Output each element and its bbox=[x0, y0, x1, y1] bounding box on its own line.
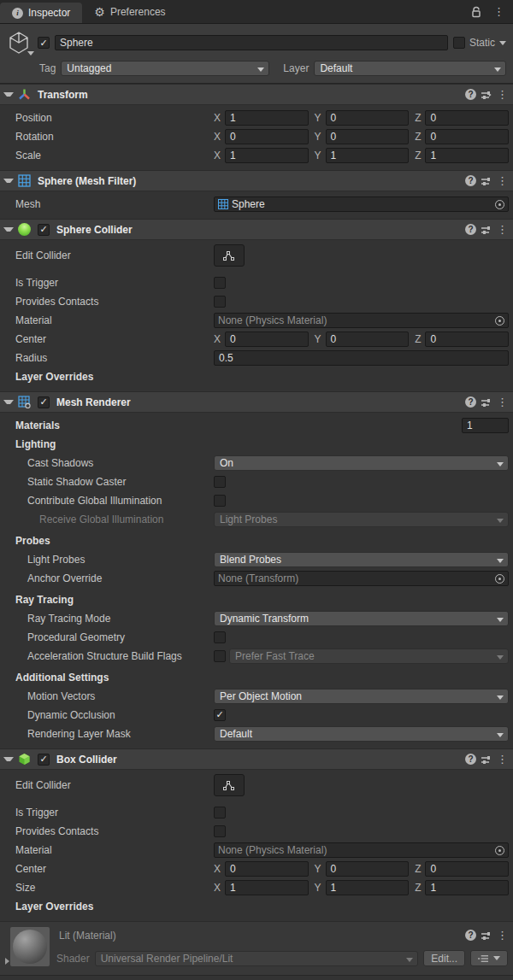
object-picker-icon[interactable] bbox=[495, 316, 504, 326]
cast-shadows-dropdown[interactable]: On bbox=[214, 455, 509, 471]
is-trigger-checkbox[interactable] bbox=[214, 807, 226, 819]
accel-flags-checkbox[interactable] bbox=[214, 650, 226, 662]
static-shadow-caster-checkbox[interactable] bbox=[214, 476, 226, 488]
center-y-input[interactable]: 0 bbox=[326, 332, 410, 347]
light-probes-dropdown[interactable]: Blend Probes bbox=[214, 552, 509, 567]
shader-edit-button[interactable]: Edit... bbox=[423, 950, 465, 966]
gameobject-name-input[interactable]: Sphere bbox=[55, 35, 448, 50]
material-preview-thumbnail[interactable] bbox=[10, 927, 50, 966]
presets-icon[interactable] bbox=[481, 397, 492, 408]
object-picker-icon[interactable] bbox=[495, 200, 504, 209]
component-menu-icon[interactable]: ⋮ bbox=[497, 396, 508, 408]
tag-dropdown[interactable]: Untagged bbox=[61, 61, 269, 76]
sphere-collider-header[interactable]: ✓ Sphere Collider ? ⋮ bbox=[0, 219, 513, 240]
rendering-layer-mask-dropdown[interactable]: Default bbox=[214, 726, 509, 742]
box-collider-enabled-checkbox[interactable]: ✓ bbox=[38, 754, 50, 766]
foldout-open-icon[interactable] bbox=[3, 757, 14, 761]
size-y-input[interactable]: 1 bbox=[326, 880, 410, 895]
is-trigger-checkbox[interactable] bbox=[214, 277, 226, 289]
center-x-input[interactable]: 0 bbox=[225, 861, 309, 877]
probes-foldout[interactable]: Probes bbox=[0, 531, 510, 549]
component-menu-icon[interactable]: ⋮ bbox=[497, 174, 508, 187]
layer-dropdown[interactable]: Default bbox=[314, 61, 506, 76]
presets-icon[interactable] bbox=[481, 754, 492, 765]
help-icon[interactable]: ? bbox=[465, 396, 476, 408]
transform-header[interactable]: Transform ? ⋮ bbox=[0, 84, 513, 105]
component-menu-icon[interactable]: ⋮ bbox=[497, 929, 508, 942]
position-y-input[interactable]: 0 bbox=[326, 110, 410, 126]
layer-overrides-row[interactable]: Layer Overrides bbox=[0, 367, 510, 385]
ray-tracing-foldout[interactable]: Ray Tracing bbox=[0, 590, 510, 608]
presets-icon[interactable] bbox=[481, 225, 492, 235]
object-picker-icon[interactable] bbox=[495, 574, 504, 584]
help-icon[interactable]: ? bbox=[465, 175, 476, 186]
foldout-open-icon[interactable] bbox=[3, 92, 14, 97]
contribute-gi-checkbox[interactable] bbox=[214, 495, 226, 507]
help-icon[interactable]: ? bbox=[465, 89, 476, 100]
rotation-y-input[interactable]: 0 bbox=[326, 129, 410, 144]
mesh-filter-header[interactable]: Sphere (Mesh Filter) ? ⋮ bbox=[0, 170, 513, 191]
provides-contacts-label: Provides Contacts bbox=[15, 296, 214, 308]
mesh-renderer-enabled-checkbox[interactable]: ✓ bbox=[38, 396, 50, 408]
scale-y-input[interactable]: 1 bbox=[326, 148, 410, 163]
scale-z-input[interactable]: 1 bbox=[425, 148, 509, 163]
center-z-input[interactable]: 0 bbox=[425, 332, 509, 347]
size-z-input[interactable]: 1 bbox=[425, 880, 509, 895]
help-icon[interactable]: ? bbox=[465, 930, 476, 941]
rotation-z-input[interactable]: 0 bbox=[425, 129, 509, 144]
physics-material-field[interactable]: None (Physics Material) bbox=[214, 313, 509, 328]
active-checkbox[interactable]: ✓ bbox=[38, 37, 50, 49]
foldout-open-icon[interactable] bbox=[3, 179, 14, 183]
sphere-collider-enabled-checkbox[interactable]: ✓ bbox=[38, 224, 50, 236]
presets-icon[interactable] bbox=[481, 930, 492, 941]
anchor-override-field[interactable]: None (Transform) bbox=[214, 571, 509, 586]
component-menu-icon[interactable]: ⋮ bbox=[497, 88, 508, 101]
center-x-input[interactable]: 0 bbox=[225, 332, 309, 347]
radius-input[interactable]: 0.5 bbox=[214, 350, 509, 366]
window-menu-icon[interactable]: ⋮ bbox=[493, 5, 504, 18]
component-menu-icon[interactable]: ⋮ bbox=[497, 223, 508, 236]
dynamic-occlusion-checkbox[interactable]: ✓ bbox=[214, 709, 226, 721]
layer-overrides-row[interactable]: Layer Overrides bbox=[0, 897, 510, 915]
center-y-input[interactable]: 0 bbox=[326, 861, 410, 877]
rotation-x-input[interactable]: 0 bbox=[225, 129, 309, 144]
additional-settings-foldout[interactable]: Additional Settings bbox=[0, 668, 510, 686]
box-collider-header[interactable]: ✓ Box Collider ? ⋮ bbox=[0, 748, 513, 770]
component-menu-icon[interactable]: ⋮ bbox=[497, 753, 508, 766]
mesh-renderer-header[interactable]: ✓ Mesh Renderer ? ⋮ bbox=[0, 391, 513, 413]
static-dropdown-arrow[interactable] bbox=[499, 41, 506, 45]
material-foldout-icon[interactable] bbox=[5, 958, 9, 965]
gameobject-cube-icon[interactable] bbox=[5, 30, 32, 56]
mesh-object-field[interactable]: Sphere bbox=[214, 197, 509, 212]
material-ui-mode-button[interactable] bbox=[470, 950, 508, 966]
motion-vectors-dropdown[interactable]: Per Object Motion bbox=[214, 689, 509, 704]
materials-count-input[interactable]: 1 bbox=[462, 418, 509, 433]
materials-row[interactable]: Materials 1 bbox=[0, 416, 510, 434]
static-checkbox[interactable] bbox=[453, 37, 465, 49]
help-icon[interactable]: ? bbox=[465, 224, 476, 235]
ray-tracing-mode-dropdown[interactable]: Dynamic Transform bbox=[214, 611, 509, 626]
scale-x-input[interactable]: 1 bbox=[225, 148, 309, 163]
provides-contacts-checkbox[interactable] bbox=[214, 296, 226, 308]
physics-material-field[interactable]: None (Physics Material) bbox=[214, 842, 509, 858]
edit-collider-button[interactable] bbox=[214, 244, 245, 267]
foldout-open-icon[interactable] bbox=[3, 227, 14, 232]
help-icon[interactable]: ? bbox=[465, 754, 476, 765]
center-z-input[interactable]: 0 bbox=[425, 861, 509, 877]
presets-icon[interactable] bbox=[481, 176, 492, 186]
provides-contacts-checkbox[interactable] bbox=[214, 825, 226, 837]
lighting-foldout[interactable]: Lighting bbox=[0, 435, 510, 453]
position-z-input[interactable]: 0 bbox=[425, 110, 509, 126]
tab-preferences[interactable]: ⚙ Preferences bbox=[82, 0, 177, 23]
unlock-icon[interactable] bbox=[471, 6, 481, 18]
presets-icon[interactable] bbox=[481, 90, 492, 100]
position-x-input[interactable]: 1 bbox=[225, 110, 309, 126]
procedural-geometry-checkbox[interactable] bbox=[214, 631, 226, 643]
object-picker-icon[interactable] bbox=[495, 846, 504, 855]
edit-collider-button[interactable] bbox=[214, 774, 245, 796]
size-x-input[interactable]: 1 bbox=[225, 880, 309, 895]
shader-dropdown[interactable]: Universal Render Pipeline/Lit bbox=[95, 951, 419, 966]
foldout-open-icon[interactable] bbox=[3, 400, 14, 404]
icon-change-arrow[interactable] bbox=[27, 51, 34, 56]
tab-inspector[interactable]: i Inspector bbox=[0, 3, 82, 23]
